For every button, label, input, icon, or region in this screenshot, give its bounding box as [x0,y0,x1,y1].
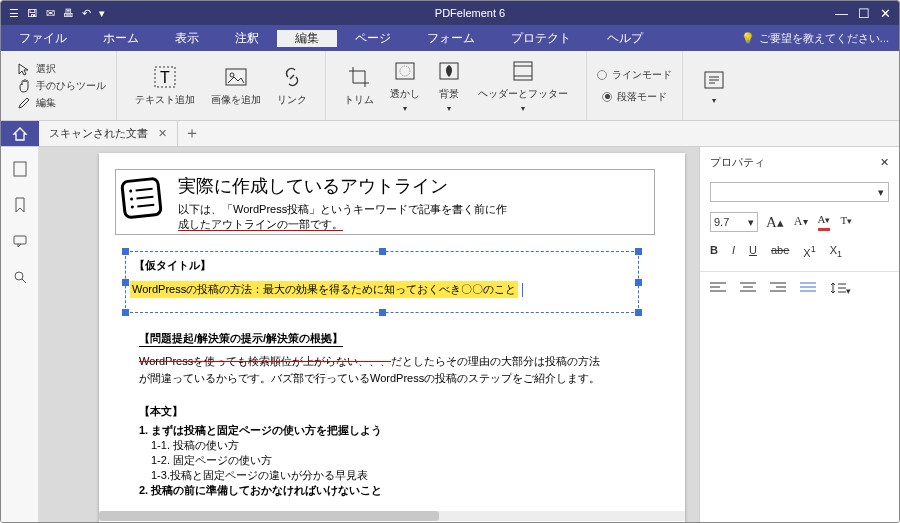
subscript-button[interactable]: X1 [830,244,842,259]
svg-line-17 [22,279,26,283]
properties-title: プロパティ [710,155,765,170]
lightbulb-icon: 💡 [741,32,755,45]
svg-line-20 [136,189,153,191]
svg-point-3 [230,73,234,77]
print-icon[interactable]: 🖶 [63,7,74,20]
problem-block: 【問題提起/解決策の提示/解決策の根拠】 WordPressを使っても検索順位が… [139,331,639,386]
document-canvas[interactable]: 実際に作成しているアウトライン 以下は、「WordPress投稿」というキーワー… [39,147,699,523]
font-color-icon[interactable]: A▾ [818,214,831,231]
align-center-icon[interactable] [740,282,756,296]
selection-label: 【仮タイトル】 [130,258,634,273]
align-justify-icon[interactable] [800,282,816,296]
pdf-page: 実際に作成しているアウトライン 以下は、「WordPress投稿」というキーワー… [99,153,685,523]
strikethrough-button[interactable]: abe [771,244,789,259]
menu-edit[interactable]: 編集 [277,30,337,47]
svg-rect-4 [396,63,414,79]
sidebar [1,147,39,523]
watermark-button[interactable]: 透かし▾ [382,56,428,115]
line-spacing-icon[interactable]: ▾ [830,282,851,296]
svg-point-5 [400,66,410,76]
menubar: ファイル ホーム 表示 注釈 編集 ページ フォーム プロテクト ヘルプ 💡 ご… [1,25,899,51]
svg-text:T: T [160,69,170,86]
menu-home[interactable]: ホーム [85,30,157,47]
select-tool[interactable]: 選択 [17,62,106,76]
menu-page[interactable]: ページ [337,30,409,47]
highlighted-text[interactable]: WordPressの投稿の方法：最大の効果を得るために知っておくべき〇〇のこと [130,281,518,298]
text-cursor [522,283,523,297]
section-subtext: 以下は、「WordPress投稿」というキーワードで記事を書く前に作 成したアウ… [178,202,646,232]
comments-icon[interactable] [12,233,28,253]
undo-icon[interactable]: ↶ [82,7,91,20]
add-text-button[interactable]: T テキスト追加 [127,62,203,109]
font-size-select[interactable]: 9.7▾ [710,212,758,232]
svg-rect-14 [14,162,26,176]
svg-point-23 [131,205,134,208]
add-image-button[interactable]: 画像を追加 [203,62,269,109]
line-mode-radio[interactable]: ラインモード [597,68,672,82]
header-footer-button[interactable]: ヘッダーとフッター▾ [470,56,576,115]
edit-tool[interactable]: 編集 [17,96,106,110]
mail-icon[interactable]: ✉ [46,7,55,20]
menu-view[interactable]: 表示 [157,30,217,47]
ocr-button[interactable]: ▾ [693,65,735,107]
tell-me-search[interactable]: 💡 ご要望を教えてください... [731,31,899,46]
tab-close-icon[interactable]: ✕ [158,127,167,140]
svg-point-16 [15,272,23,280]
italic-button[interactable]: I [732,244,735,259]
app-title: PDFelement 6 [113,7,827,19]
bold-button[interactable]: B [710,244,718,259]
menu-icon[interactable]: ☰ [9,7,19,20]
shrink-font-icon[interactable]: A▾ [794,214,808,231]
svg-point-19 [129,189,132,192]
save-icon[interactable]: 🖫 [27,7,38,20]
menu-annotate[interactable]: 注釈 [217,30,277,47]
menu-help[interactable]: ヘルプ [589,30,661,47]
underline-button[interactable]: U [749,244,757,259]
hand-tool[interactable]: 手のひらツール [17,79,106,93]
link-button[interactable]: リンク [269,62,315,109]
window-titlebar: ☰ 🖫 ✉ 🖶 ↶ ▾ PDFelement 6 — ☐ ✕ [1,1,899,25]
properties-panel: プロパティ ✕ ▾ 9.7▾ A▴ A▾ A▾ T▾ B I U abe X1 … [699,147,899,523]
menu-file[interactable]: ファイル [1,30,85,47]
search-icon[interactable] [12,269,28,289]
svg-rect-15 [14,236,26,244]
dropdown-icon[interactable]: ▾ [99,7,105,20]
menu-form[interactable]: フォーム [409,30,493,47]
body-block: 【本文】 1. まずは投稿と固定ページの使い方を把握しよう 1-1. 投稿の使い… [139,404,639,498]
maximize-icon[interactable]: ☐ [858,6,870,21]
tab-home[interactable] [1,121,39,146]
close-icon[interactable]: ✕ [880,6,891,21]
ribbon: 選択 手のひらツール 編集 T テキスト追加 画像を追加 リンク [1,51,899,121]
superscript-button[interactable]: X1 [803,244,815,259]
svg-line-24 [137,205,154,207]
properties-close-icon[interactable]: ✕ [880,156,889,169]
minimize-icon[interactable]: — [835,6,848,21]
paragraph-mode-radio[interactable]: 段落モード [602,90,667,104]
horizontal-scrollbar[interactable] [99,511,685,521]
bookmarks-icon[interactable] [12,197,28,217]
menu-protect[interactable]: プロテクト [493,30,589,47]
tab-add[interactable]: ＋ [178,121,206,146]
background-button[interactable]: 背景▾ [428,56,470,115]
tab-document[interactable]: スキャンされた文書 ✕ [39,121,178,146]
text-effects-icon[interactable]: T▾ [840,214,852,231]
svg-line-22 [137,197,154,199]
tabstrip: スキャンされた文書 ✕ ＋ [1,121,899,147]
outline-list-icon [115,172,169,235]
trim-button[interactable]: トリム [336,62,382,109]
text-selection-box[interactable]: 【仮タイトル】 WordPressの投稿の方法：最大の効果を得るために知っておく… [125,251,639,313]
font-family-select[interactable]: ▾ [710,182,889,202]
svg-point-21 [130,197,133,200]
svg-rect-7 [514,62,532,80]
section-heading: 実際に作成しているアウトライン [178,174,646,198]
align-right-icon[interactable] [770,282,786,296]
align-left-icon[interactable] [710,282,726,296]
grow-font-icon[interactable]: A▴ [766,214,784,231]
thumbnails-icon[interactable] [12,161,28,181]
